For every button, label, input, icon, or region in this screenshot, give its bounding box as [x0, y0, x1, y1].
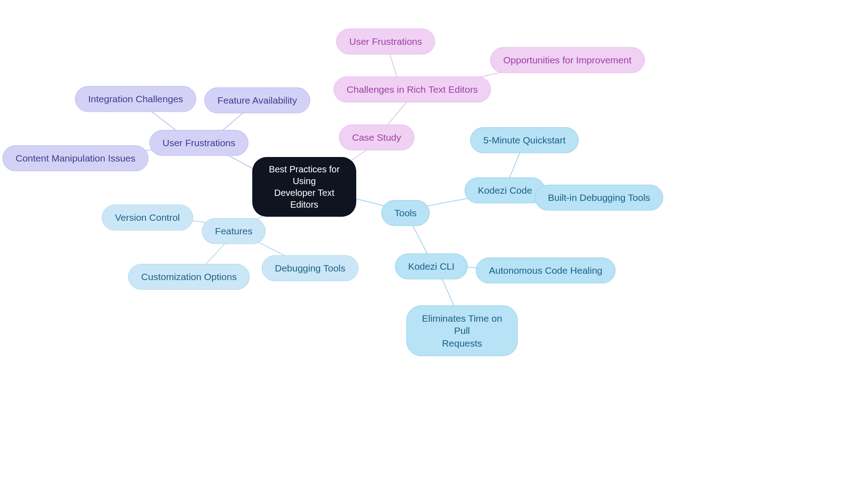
- case-study-node: Case Study: [339, 124, 415, 150]
- feature-availability-node: Feature Availability: [204, 87, 310, 113]
- opportunities-node: Opportunities for Improvement: [490, 47, 645, 73]
- cs-user-frustrations-node: User Frustrations: [336, 29, 435, 54]
- quickstart-node: 5-Minute Quickstart: [470, 127, 579, 153]
- challenges-rte-node: Challenges in Rich Text Editors: [334, 76, 491, 102]
- features-node: Features: [202, 218, 266, 244]
- tools-node: Tools: [381, 200, 429, 226]
- kodezi-cli-node: Kodezi CLI: [395, 253, 468, 279]
- pull-requests-node: Eliminates Time on Pull Requests: [406, 305, 518, 356]
- user-frustrations-node: User Frustrations: [149, 130, 248, 156]
- root-node: Best Practices for Using Developer Text …: [252, 157, 356, 217]
- version-control-node: Version Control: [102, 205, 193, 230]
- healing-node: Autonomous Code Healing: [476, 257, 616, 283]
- integration-challenges-node: Integration Challenges: [75, 86, 196, 112]
- debug-tools-node: Built-in Debugging Tools: [535, 185, 663, 210]
- customization-node: Customization Options: [128, 264, 250, 290]
- kodezi-code-node: Kodezi Code: [465, 177, 545, 203]
- content-manipulation-node: Content Manipulation Issues: [3, 145, 149, 171]
- debugging-tools-node: Debugging Tools: [262, 255, 359, 281]
- mindmap-canvas: Best Practices for Using Developer Text …: [0, 0, 868, 490]
